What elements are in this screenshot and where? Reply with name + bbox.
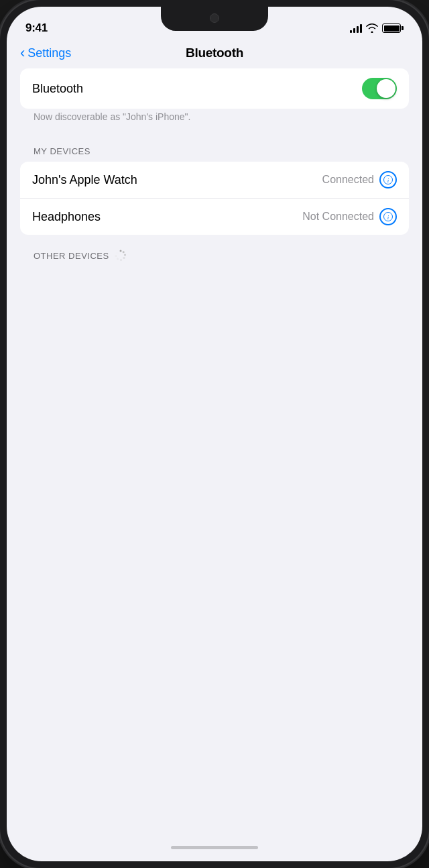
- device-status: Connected: [322, 174, 374, 186]
- svg-text:i: i: [387, 214, 389, 221]
- svg-text:i: i: [387, 177, 389, 184]
- svg-point-5: [122, 251, 124, 253]
- device-name: John's Apple Watch: [32, 173, 137, 187]
- svg-point-11: [116, 252, 118, 254]
- device-name: Headphones: [32, 210, 101, 224]
- nav-bar: ‹ Settings Bluetooth: [7, 40, 422, 68]
- page-title: Bluetooth: [186, 46, 243, 60]
- device-info-button[interactable]: i: [379, 208, 397, 225]
- my-devices-section: MY DEVICES John's Apple Watch Connected …: [20, 137, 409, 235]
- bluetooth-toggle[interactable]: [362, 78, 397, 99]
- bluetooth-section: Bluetooth Now discoverable as "John's iP…: [20, 68, 409, 131]
- bluetooth-toggle-label: Bluetooth: [32, 82, 83, 96]
- my-devices-header: MY DEVICES: [20, 137, 409, 162]
- wifi-icon: [366, 23, 378, 33]
- bluetooth-toggle-row: Bluetooth: [20, 68, 409, 109]
- device-status-area: Connected i: [322, 171, 397, 188]
- other-devices-header-row: OTHER DEVICES: [20, 240, 409, 267]
- other-devices-section: OTHER DEVICES: [20, 240, 409, 267]
- notch: [161, 7, 268, 31]
- toggle-thumb: [377, 79, 395, 98]
- device-status: Not Connected: [302, 211, 374, 223]
- bluetooth-card: Bluetooth: [20, 68, 409, 109]
- svg-point-10: [115, 255, 117, 257]
- battery-icon: [382, 23, 404, 33]
- my-devices-card: John's Apple Watch Connected i: [20, 162, 409, 235]
- device-row: John's Apple Watch Connected i: [20, 162, 409, 198]
- loading-spinner-icon: [115, 250, 127, 262]
- other-devices-label: OTHER DEVICES: [34, 251, 109, 261]
- home-indicator: [171, 846, 258, 849]
- device-status-area: Not Connected i: [302, 208, 397, 225]
- device-row: Headphones Not Connected i: [20, 198, 409, 235]
- back-chevron-icon: ‹: [20, 46, 25, 60]
- svg-point-7: [123, 257, 125, 259]
- phone-frame: 9:41: [0, 0, 429, 868]
- discoverable-text: Now discoverable as "John's iPhone".: [20, 109, 409, 131]
- content-area: Bluetooth Now discoverable as "John's iP…: [7, 68, 422, 267]
- svg-point-8: [120, 259, 122, 261]
- device-info-button[interactable]: i: [379, 171, 397, 188]
- back-label: Settings: [27, 46, 71, 60]
- back-button[interactable]: ‹ Settings: [20, 46, 71, 60]
- status-time: 9:41: [25, 21, 48, 35]
- svg-point-9: [117, 258, 119, 260]
- info-icon: i: [383, 212, 393, 221]
- svg-point-6: [124, 254, 126, 256]
- svg-point-4: [119, 250, 121, 252]
- status-icons: [350, 23, 404, 33]
- screen: 9:41: [7, 7, 422, 861]
- signal-icon: [350, 23, 362, 33]
- info-icon: i: [383, 175, 393, 184]
- front-camera: [210, 13, 219, 23]
